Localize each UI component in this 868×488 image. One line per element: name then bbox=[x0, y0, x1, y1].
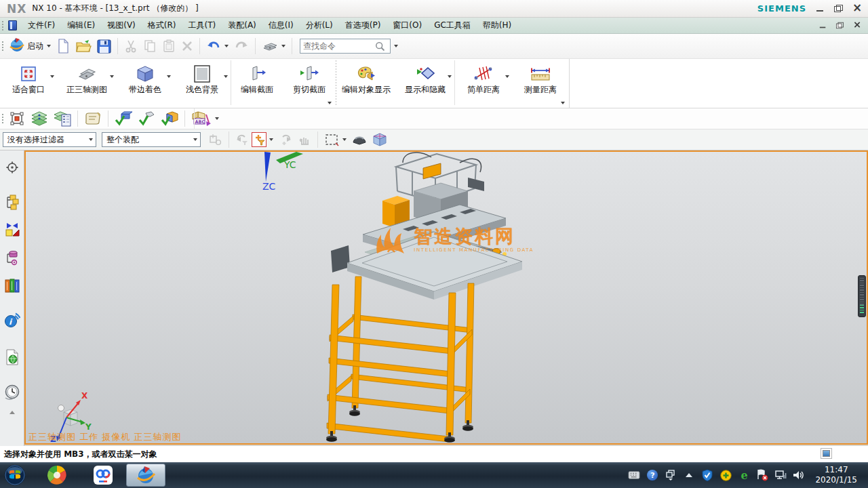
start-button[interactable]: 启动 bbox=[6, 35, 54, 57]
status-clip-icon[interactable] bbox=[821, 448, 832, 459]
taskbar-app-netdisk[interactable] bbox=[88, 462, 118, 488]
menu-preferences[interactable]: 首选项(P) bbox=[339, 18, 387, 33]
assembly-navigator-icon[interactable] bbox=[3, 194, 21, 211]
minimize-button[interactable] bbox=[816, 5, 825, 12]
menu-assemblies[interactable]: 装配(A) bbox=[222, 18, 262, 33]
volume-speaker-icon[interactable] bbox=[793, 469, 805, 481]
taskbar-app-nx-active[interactable] bbox=[126, 464, 165, 487]
open-file-button[interactable] bbox=[73, 37, 94, 55]
copy-button[interactable] bbox=[140, 38, 159, 54]
graphics-viewport[interactable]: YC ZC bbox=[24, 150, 868, 445]
snap-point-button[interactable] bbox=[6, 109, 28, 128]
chevron-down-icon[interactable] bbox=[50, 75, 54, 78]
shaded-with-edges-button[interactable]: 带边着色 bbox=[117, 59, 174, 108]
annotation-note-button[interactable] bbox=[81, 110, 104, 127]
menu-view[interactable]: 视图(V) bbox=[101, 18, 142, 33]
menu-window[interactable]: 窗口(O) bbox=[387, 18, 428, 33]
language-bar-restore-icon[interactable] bbox=[665, 469, 677, 481]
toolbar-grip[interactable] bbox=[1, 41, 4, 52]
menu-file[interactable]: 文件(F) bbox=[22, 18, 61, 33]
layer-list-button[interactable] bbox=[51, 109, 74, 128]
selection-filter-active-button[interactable] bbox=[252, 132, 267, 147]
edit-section-button[interactable]: 编辑截面 bbox=[231, 59, 283, 108]
light-background-button[interactable]: 浅色背景 bbox=[174, 59, 231, 108]
undo-button[interactable] bbox=[203, 38, 231, 54]
delete-button[interactable] bbox=[178, 39, 196, 54]
marquee-select-button[interactable] bbox=[321, 131, 349, 148]
verify-block-button[interactable] bbox=[112, 109, 135, 128]
menu-help[interactable]: 帮助(H) bbox=[477, 18, 517, 33]
web-browser-icon[interactable]: i bbox=[3, 312, 21, 329]
fit-window-button[interactable]: 适合窗口 bbox=[0, 59, 57, 108]
updater-plus-icon[interactable] bbox=[719, 469, 732, 481]
verify-assembly-button[interactable] bbox=[158, 109, 181, 128]
start-button[interactable] bbox=[0, 462, 30, 488]
select-in-assembly-button[interactable] bbox=[206, 131, 225, 148]
measure-distance-button[interactable]: 测量距离 bbox=[512, 59, 569, 108]
help-tray-icon[interactable]: ? bbox=[646, 469, 658, 481]
search-options-chevron[interactable] bbox=[394, 45, 398, 47]
chevron-down-icon[interactable] bbox=[561, 102, 565, 104]
roles-gear-icon[interactable] bbox=[3, 159, 21, 176]
input-keyboard-icon[interactable] bbox=[628, 469, 640, 481]
simple-distance-icon bbox=[473, 63, 494, 85]
shaded-view-button[interactable] bbox=[349, 131, 370, 148]
new-file-icon bbox=[56, 39, 70, 54]
menu-analysis[interactable]: 分析(L) bbox=[300, 18, 339, 33]
save-button[interactable] bbox=[94, 38, 114, 55]
resource-bar-scroll-arrow[interactable] bbox=[9, 411, 15, 414]
browser-e-icon[interactable]: e bbox=[738, 469, 750, 481]
chevron-down-icon[interactable] bbox=[328, 102, 332, 104]
taskbar-clock[interactable]: 11:47 2020/1/15 bbox=[811, 465, 863, 485]
restore-button[interactable] bbox=[834, 5, 843, 12]
menu-edit[interactable]: 编辑(E) bbox=[61, 18, 101, 33]
security-shield-icon[interactable] bbox=[701, 469, 713, 481]
edit-object-display-button[interactable]: 编辑对象显示 bbox=[336, 59, 396, 108]
reuse-library-icon[interactable] bbox=[3, 277, 21, 294]
chevron-down-icon[interactable] bbox=[167, 75, 171, 78]
chevron-down-icon[interactable] bbox=[505, 75, 509, 78]
menu-format[interactable]: 格式(R) bbox=[142, 18, 182, 33]
action-center-flag-icon[interactable] bbox=[756, 469, 768, 481]
menu-information[interactable]: 信息(I) bbox=[262, 18, 300, 33]
redo-filter-button[interactable] bbox=[276, 132, 295, 147]
mdi-restore-button[interactable] bbox=[836, 22, 844, 28]
paste-button[interactable] bbox=[159, 38, 178, 54]
mdi-close-button[interactable] bbox=[853, 22, 861, 28]
history-clock-icon[interactable] bbox=[3, 384, 21, 401]
close-button[interactable] bbox=[852, 5, 861, 12]
menu-gc-toolbox[interactable]: GC工具箱 bbox=[428, 18, 477, 33]
constraint-navigator-icon[interactable] bbox=[3, 221, 21, 239]
redo-button[interactable] bbox=[231, 38, 252, 54]
cut-button[interactable] bbox=[121, 38, 140, 54]
chevron-down-icon[interactable] bbox=[269, 138, 273, 141]
chevron-down-icon[interactable] bbox=[448, 75, 452, 78]
selection-scope-dropdown[interactable]: 整个装配 bbox=[102, 132, 201, 147]
part-navigator-icon[interactable] bbox=[3, 249, 21, 267]
new-file-button[interactable] bbox=[54, 37, 73, 55]
verify-tool-button[interactable] bbox=[135, 109, 158, 128]
display-mode-button[interactable] bbox=[259, 38, 288, 54]
menu-tools[interactable]: 工具(T) bbox=[182, 18, 222, 33]
work-section-button[interactable] bbox=[370, 131, 390, 148]
show-hidden-icons-button[interactable] bbox=[683, 469, 695, 481]
layer-settings-button[interactable] bbox=[28, 109, 51, 128]
isometric-view-button[interactable]: 正三轴测图 bbox=[57, 59, 117, 108]
history-palette-icon[interactable] bbox=[3, 348, 21, 366]
clip-section-button[interactable]: 剪切截面 bbox=[283, 59, 336, 108]
toolbar-grip[interactable] bbox=[1, 113, 4, 124]
search-input[interactable] bbox=[303, 41, 375, 51]
show-hide-button[interactable]: 显示和隐藏 bbox=[396, 59, 454, 108]
menubar-grip[interactable] bbox=[1, 20, 4, 31]
grab-button[interactable] bbox=[295, 132, 314, 147]
taskbar-app-browser[interactable] bbox=[42, 462, 72, 488]
simple-distance-button[interactable]: 简单距离 bbox=[455, 59, 512, 108]
chevron-down-icon[interactable] bbox=[110, 75, 114, 78]
previous-filter-button[interactable] bbox=[233, 132, 252, 147]
selection-filter-dropdown[interactable]: 没有选择过滤器 bbox=[3, 132, 96, 147]
clip-section-slider[interactable] bbox=[858, 275, 866, 317]
mdi-minimize-button[interactable] bbox=[819, 22, 827, 28]
network-icon[interactable] bbox=[774, 469, 787, 481]
search-icon[interactable] bbox=[375, 41, 385, 52]
chevron-down-icon[interactable] bbox=[224, 75, 228, 78]
